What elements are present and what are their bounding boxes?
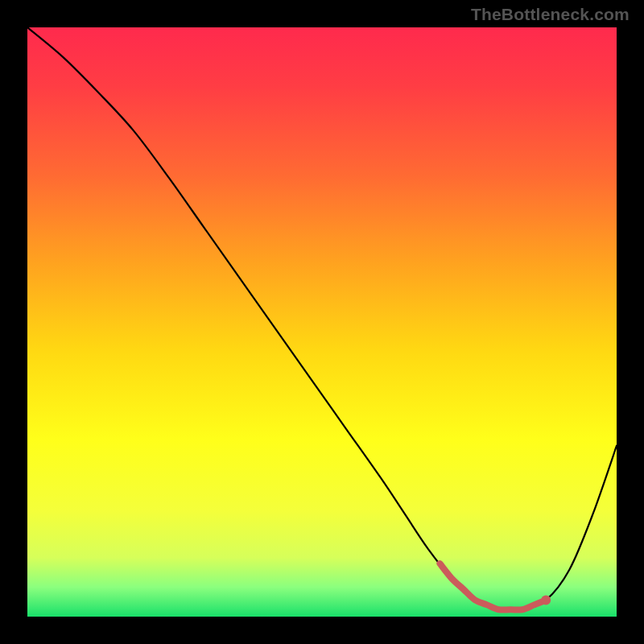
highlight-end-dot: [541, 596, 551, 605]
watermark-text: TheBottleneck.com: [471, 5, 630, 24]
optimal-range-highlight: [440, 564, 546, 610]
chart-frame: TheBottleneck.com: [0, 0, 644, 644]
plot-area: [27, 27, 617, 617]
curve-layer: [27, 27, 617, 617]
bottleneck-curve: [27, 27, 617, 611]
